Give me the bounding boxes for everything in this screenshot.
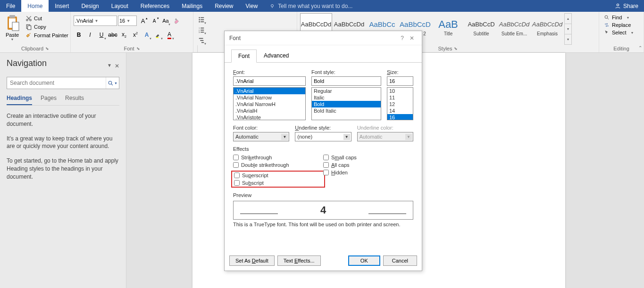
select-button[interactable]: Select▼: [602, 29, 636, 36]
nav-tab-results[interactable]: Results: [65, 95, 84, 105]
list-item[interactable]: 14: [387, 107, 413, 114]
highlight-button[interactable]: ▼: [153, 30, 163, 40]
font-name-combo[interactable]: .VnArial▼: [74, 16, 117, 26]
set-default-button[interactable]: Set As Default: [229, 255, 275, 266]
strike-check[interactable]: Strikethrough: [233, 155, 323, 160]
nav-tab-pages[interactable]: Pages: [41, 95, 57, 105]
strikethrough-button[interactable]: abc: [108, 30, 118, 40]
tell-me[interactable]: Tell me what you want to do...: [264, 0, 609, 12]
smallcaps-check[interactable]: Small caps: [323, 155, 413, 160]
text-effects-button[interactable]: Text Effects...: [277, 255, 321, 266]
tab-mailings[interactable]: Mailings: [176, 0, 209, 12]
dialog-close-button[interactable]: ✕: [407, 35, 417, 41]
tab-layout[interactable]: Layout: [105, 0, 134, 12]
list-item[interactable]: .VnArial NarrowH: [234, 101, 305, 107]
collapse-ribbon-button[interactable]: ⌃: [638, 45, 642, 50]
nav-help-text: Create an interactive outline of your do…: [7, 112, 119, 181]
dialog-help-button[interactable]: ?: [398, 35, 407, 41]
replace-button[interactable]: Replace: [602, 22, 636, 28]
nav-close-icon[interactable]: ✕: [115, 63, 119, 69]
font-style-input[interactable]: [311, 76, 381, 86]
bold-button[interactable]: B: [74, 30, 84, 40]
font-color-button[interactable]: A▼: [164, 30, 175, 40]
list-item[interactable]: Regular: [312, 88, 381, 94]
style-item[interactable]: AaBbCcDdSubtle Em...: [498, 13, 530, 41]
tab-insert[interactable]: Insert: [49, 0, 75, 12]
search-button[interactable]: ▼: [106, 77, 119, 89]
nav-dropdown-icon[interactable]: ▼: [107, 63, 112, 69]
text-effects-button[interactable]: A▼: [142, 30, 152, 40]
size-listbox[interactable]: 1011121416: [387, 87, 413, 120]
clipboard-expand-icon[interactable]: ⬊: [45, 46, 49, 51]
size-input[interactable]: [387, 76, 413, 86]
bullets-button[interactable]: ▼: [196, 14, 207, 25]
list-item[interactable]: .VnAristote: [234, 114, 305, 120]
font-color-ddl[interactable]: Automatic▼: [233, 132, 289, 141]
copy-button[interactable]: Copy: [25, 23, 69, 31]
underline-button[interactable]: U▼: [96, 30, 107, 40]
style-preview: AaBbCcDd: [301, 18, 331, 31]
format-painter-button[interactable]: Format Painter: [25, 32, 69, 39]
list-item[interactable]: 11: [387, 94, 413, 101]
subscript-button[interactable]: x2: [119, 30, 129, 40]
share-button[interactable]: Share: [609, 0, 644, 12]
tab-design[interactable]: Design: [75, 0, 105, 12]
list-item[interactable]: Bold: [312, 101, 381, 107]
list-item[interactable]: Italic: [312, 94, 381, 101]
ok-button[interactable]: OK: [348, 255, 380, 266]
paste-button[interactable]: Paste ▼: [3, 13, 23, 45]
tab-references[interactable]: References: [134, 0, 176, 12]
grow-font-button[interactable]: A▴: [138, 16, 148, 26]
format-painter-label: Format Painter: [34, 33, 68, 38]
superscript-button[interactable]: x2: [130, 30, 141, 40]
multilevel-button[interactable]: ▼: [196, 35, 207, 45]
style-item[interactable]: AaBbCcDSubtitle: [465, 13, 497, 41]
size-label: Size:: [387, 69, 413, 75]
tab-review[interactable]: Review: [209, 0, 239, 12]
font-listbox[interactable]: .VnArial.VnArial Narrow.VnArial NarrowH.…: [233, 87, 306, 120]
list-item[interactable]: 10: [387, 88, 413, 94]
font-group-label: Font: [124, 46, 134, 51]
clear-formatting-button[interactable]: A: [172, 16, 182, 26]
dialog-title: Font: [229, 35, 241, 41]
shrink-font-button[interactable]: A▾: [149, 16, 159, 26]
tab-file[interactable]: File: [0, 0, 21, 12]
dstrike-check[interactable]: Double strikethrough: [233, 162, 323, 168]
style-name: Subtle Em...: [502, 31, 527, 36]
list-item[interactable]: Bold Italic: [312, 107, 381, 114]
style-preview: AaB: [438, 18, 458, 31]
numbering-button[interactable]: 123▼: [196, 25, 207, 35]
font-input[interactable]: [233, 76, 306, 86]
styles-expand-icon[interactable]: ⬊: [454, 46, 458, 51]
font-expand-icon[interactable]: ⬊: [136, 46, 140, 51]
nav-tab-headings[interactable]: Headings: [7, 95, 32, 105]
allcaps-check[interactable]: All caps: [323, 162, 413, 168]
list-item[interactable]: 16: [387, 114, 413, 120]
superscript-check[interactable]: Superscript: [234, 173, 322, 178]
style-item[interactable]: AaBbCcDdEmphasis: [531, 13, 563, 41]
change-case-button[interactable]: Aa▼: [160, 16, 171, 26]
tab-view[interactable]: View: [240, 0, 264, 12]
styles-scroll[interactable]: ▴▾▾: [564, 13, 572, 45]
dlg-tab-advanced[interactable]: Advanced: [257, 49, 296, 62]
list-item[interactable]: 12: [387, 101, 413, 107]
list-item[interactable]: .VnArial: [234, 88, 305, 94]
tab-home[interactable]: Home: [21, 0, 49, 12]
replace-icon: [604, 22, 610, 28]
dlg-tab-font[interactable]: Font: [231, 49, 257, 63]
cut-button[interactable]: Cut: [25, 15, 69, 22]
font-style-listbox[interactable]: RegularItalicBoldBold Italic: [311, 87, 381, 120]
clipboard-icon: [5, 15, 20, 32]
cancel-button[interactable]: Cancel: [383, 255, 417, 266]
style-item[interactable]: AaBTitle: [432, 13, 464, 41]
subscript-check[interactable]: Subscript: [234, 180, 322, 186]
list-item[interactable]: .VnArial Narrow: [234, 94, 305, 101]
search-input[interactable]: [7, 77, 106, 89]
find-button[interactable]: Find▼: [602, 14, 636, 21]
list-item[interactable]: .VnArialH: [234, 107, 305, 114]
italic-button[interactable]: I: [85, 30, 95, 40]
hidden-check[interactable]: Hidden: [323, 170, 413, 175]
font-size-combo[interactable]: 16▼: [118, 16, 137, 26]
underline-style-ddl[interactable]: (none)▼: [295, 132, 351, 141]
underline-color-ddl: Automatic▼: [357, 132, 413, 141]
